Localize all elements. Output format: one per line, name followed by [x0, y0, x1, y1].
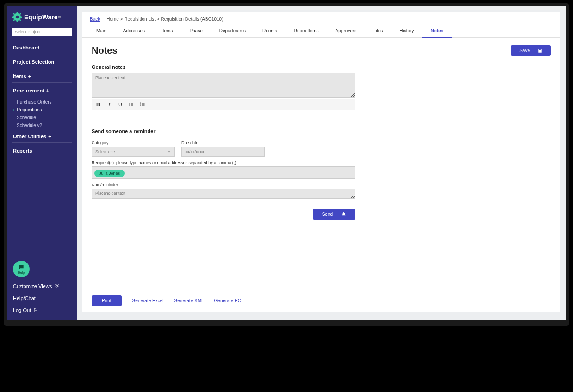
category-label: Category	[92, 141, 175, 145]
svg-point-11	[129, 103, 130, 104]
generate-excel-link[interactable]: Generate Excel	[132, 298, 164, 303]
bold-icon[interactable]: B	[95, 101, 101, 108]
subnav-schedule[interactable]: Schedule	[7, 114, 77, 122]
generate-po-link[interactable]: Generate PO	[214, 298, 242, 303]
breadcrumb-path: Home > Requisition List > Requisition De…	[106, 17, 223, 22]
nav-dashboard[interactable]: Dashboard	[12, 42, 72, 54]
logout[interactable]: Log Out	[7, 304, 77, 316]
nav-project-selection[interactable]: Project Selection	[12, 56, 72, 68]
page-body: Notes Save General notes B I U	[82, 38, 560, 227]
nav-items[interactable]: Items+	[12, 70, 72, 83]
help-chat[interactable]: Help/Chat	[7, 292, 77, 304]
tab-phase[interactable]: Phase	[181, 24, 211, 38]
bullet-list-icon[interactable]	[128, 101, 135, 108]
screen: EquipWare ™ Select Project Dashboard Pro…	[7, 6, 566, 320]
tab-approvers[interactable]: Approvers	[327, 24, 365, 38]
recipients-input[interactable]: Julia Jones	[92, 166, 355, 179]
tab-items[interactable]: Items	[153, 24, 181, 38]
recipients-label: Recipient(s): please type names or email…	[92, 160, 551, 165]
print-button[interactable]: Print	[92, 295, 122, 306]
nav-procurement[interactable]: Procurement+	[12, 85, 72, 97]
svg-point-13	[129, 105, 130, 106]
numbered-list-icon[interactable]: 123	[139, 101, 146, 108]
save-icon	[537, 48, 542, 53]
content-card: Back Home > Requisition List > Requisiti…	[82, 12, 560, 312]
underline-icon[interactable]: U	[117, 101, 124, 108]
sidebar: EquipWare ™ Select Project Dashboard Pro…	[7, 6, 77, 320]
tab-notes[interactable]: Notes	[422, 24, 452, 38]
tab-rooms[interactable]: Rooms	[254, 24, 286, 38]
editor-toolbar: B I U 123	[92, 99, 355, 110]
tabs: Main Addresses Items Phase Departments R…	[82, 24, 560, 38]
svg-rect-1	[17, 12, 18, 14]
general-notes-input[interactable]	[92, 73, 355, 98]
note-label: Note/reminder	[92, 183, 551, 187]
svg-point-10	[56, 285, 58, 287]
gear-icon	[12, 12, 22, 22]
generate-xml-link[interactable]: Generate XML	[174, 298, 204, 303]
main-area: Back Home > Requisition List > Requisiti…	[77, 6, 566, 320]
subnav-purchase-orders[interactable]: Purchase Orders	[7, 98, 77, 106]
svg-text:3: 3	[140, 105, 141, 107]
chat-icon	[18, 264, 25, 270]
note-input[interactable]	[92, 189, 355, 199]
back-link[interactable]: Back	[90, 17, 100, 22]
tab-files[interactable]: Files	[365, 24, 391, 38]
svg-rect-3	[12, 17, 14, 18]
tab-room-items[interactable]: Room Items	[286, 24, 327, 38]
brand-name: EquipWare	[24, 13, 58, 21]
project-select[interactable]: Select Project	[12, 28, 72, 36]
footer-actions: Print Generate Excel Generate XML Genera…	[92, 295, 241, 306]
reminder-heading: Send someone a reminder	[92, 129, 551, 134]
page-title: Notes	[92, 45, 118, 56]
monitor-frame: EquipWare ™ Select Project Dashboard Pro…	[4, 3, 569, 326]
italic-icon[interactable]: I	[106, 101, 112, 108]
svg-point-9	[16, 16, 19, 18]
general-notes-label: General notes	[92, 64, 551, 70]
due-date-input[interactable]	[181, 147, 265, 157]
plus-icon: +	[46, 88, 49, 93]
nav-reports[interactable]: Reports	[12, 145, 72, 157]
tab-addresses[interactable]: Addresses	[115, 24, 153, 38]
tab-departments[interactable]: Departments	[211, 24, 254, 38]
nav-other-utilities[interactable]: Other Utilities+	[12, 130, 72, 143]
recipient-chip[interactable]: Julia Jones	[94, 170, 125, 177]
tab-main[interactable]: Main	[88, 24, 115, 38]
breadcrumb: Back Home > Requisition List > Requisiti…	[82, 12, 560, 24]
svg-rect-4	[20, 17, 22, 18]
category-select[interactable]: Select one	[92, 147, 175, 157]
brand-tm: ™	[58, 16, 61, 19]
brand-logo: EquipWare ™	[7, 10, 77, 28]
save-button[interactable]: Save	[511, 45, 551, 56]
gear-icon	[54, 283, 60, 289]
plus-icon: +	[28, 74, 31, 79]
subnav-schedule-v2[interactable]: Schedule v2	[7, 122, 77, 129]
subnav-requisitions[interactable]: Requisitions	[7, 106, 77, 114]
logout-icon	[33, 307, 39, 313]
chevron-down-icon	[167, 150, 171, 154]
customize-views[interactable]: Cuztomize Views	[7, 280, 77, 292]
help-fab[interactable]: Help	[13, 261, 30, 277]
bell-icon	[341, 212, 346, 217]
help-fab-label: Help	[18, 271, 25, 274]
plus-icon: +	[48, 134, 51, 139]
svg-rect-2	[17, 20, 18, 22]
tab-history[interactable]: History	[391, 24, 422, 38]
svg-point-12	[129, 104, 130, 105]
due-date-label: Due date	[181, 141, 265, 145]
send-button[interactable]: Send	[313, 209, 355, 220]
